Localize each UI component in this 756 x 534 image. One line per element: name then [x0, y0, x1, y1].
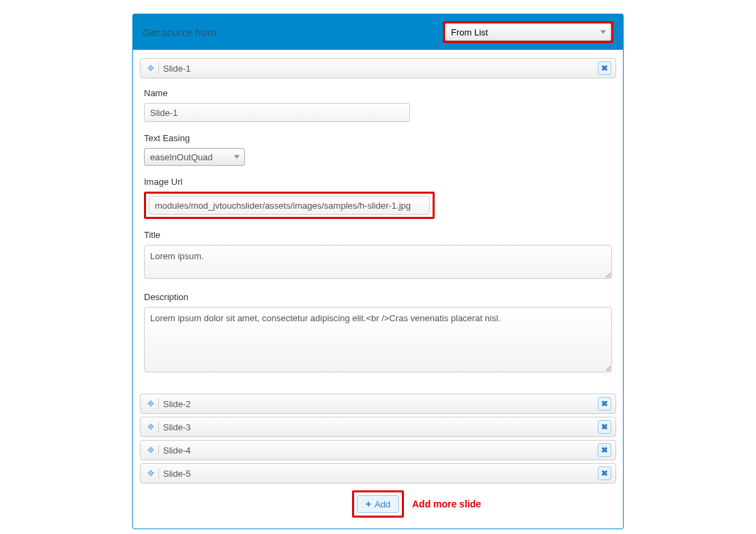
move-icon[interactable]: ✥ — [145, 63, 157, 73]
move-icon[interactable]: ✥ — [145, 422, 157, 432]
divider — [158, 445, 159, 456]
easing-select[interactable]: easeInOutQuad — [144, 148, 245, 166]
image-url-highlight — [144, 192, 435, 219]
image-url-input[interactable] — [149, 196, 430, 215]
easing-field-group: Text Easing easeInOutQuad — [144, 133, 612, 166]
description-label: Description — [144, 292, 612, 302]
slide-bar[interactable]: ✥ Slide-5 ✖ — [140, 463, 616, 484]
move-icon[interactable]: ✥ — [145, 469, 157, 478]
panel-body: ✥ Slide-1 ✖ Name Text Easing easeInOutQu… — [133, 50, 623, 529]
plus-icon: + — [366, 499, 371, 509]
remove-slide-button[interactable]: ✖ — [598, 397, 611, 411]
slide-editor: Name Text Easing easeInOutQuad Image Url — [140, 81, 616, 389]
slide-bar-label: Slide-1 — [163, 63, 598, 74]
title-textarea[interactable] — [144, 245, 612, 279]
remove-slide-button[interactable]: ✖ — [598, 443, 611, 457]
title-field-group: Title — [144, 230, 612, 281]
image-url-field-group: Image Url — [144, 177, 612, 219]
panel-title: Get source from — [143, 27, 216, 38]
collapsed-slides-list: ✥ Slide-2 ✖ ✥ Slide-3 ✖ ✥ Slide-4 ✖ ✥ Sl… — [140, 394, 616, 484]
slide-bar-label: Slide-4 — [163, 445, 598, 456]
description-textarea[interactable] — [144, 307, 612, 372]
name-input[interactable] — [144, 103, 410, 122]
move-icon[interactable]: ✥ — [145, 445, 157, 455]
add-button-highlight: + Add — [352, 490, 404, 518]
remove-slide-button[interactable]: ✖ — [598, 420, 611, 434]
panel-header: Get source from From List — [133, 14, 623, 50]
source-select-highlight: From List — [443, 21, 613, 43]
title-label: Title — [144, 230, 612, 240]
image-url-label: Image Url — [144, 177, 612, 187]
remove-slide-button[interactable]: ✖ — [598, 61, 611, 75]
source-select[interactable]: From List — [445, 23, 611, 41]
slide-bar-expanded[interactable]: ✥ Slide-1 ✖ — [140, 58, 616, 78]
easing-select-wrap: easeInOutQuad — [144, 148, 245, 166]
name-label: Name — [144, 88, 612, 98]
description-field-group: Description — [144, 292, 612, 374]
source-panel: Get source from From List ✥ Slide-1 ✖ Na… — [132, 14, 624, 529]
add-row: + Add Add more slide — [140, 490, 616, 518]
name-field-group: Name — [144, 88, 612, 122]
slide-bar[interactable]: ✥ Slide-2 ✖ — [140, 394, 616, 414]
add-slide-button[interactable]: + Add — [357, 495, 399, 513]
easing-label: Text Easing — [144, 133, 612, 143]
add-button-label: Add — [375, 499, 390, 509]
slide-bar-label: Slide-3 — [163, 422, 598, 432]
divider — [158, 468, 159, 479]
divider — [158, 63, 159, 74]
slide-bar[interactable]: ✥ Slide-4 ✖ — [140, 440, 616, 460]
move-icon[interactable]: ✥ — [145, 399, 157, 409]
divider — [158, 421, 159, 432]
slide-bar-label: Slide-5 — [163, 469, 598, 479]
remove-slide-button[interactable]: ✖ — [598, 466, 611, 480]
divider — [158, 398, 159, 409]
slide-bar-label: Slide-2 — [163, 399, 598, 409]
annotation-text: Add more slide — [412, 499, 481, 509]
slide-bar[interactable]: ✥ Slide-3 ✖ — [140, 417, 616, 437]
